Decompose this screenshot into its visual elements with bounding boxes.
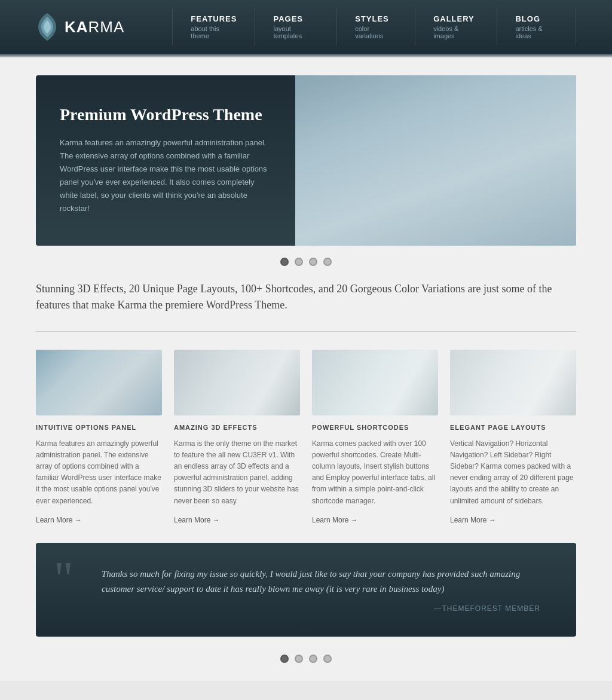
feature-card-page-layouts: ELEGANT PAGE LAYOUTS Vertical Navigation… — [450, 350, 576, 525]
feature-card-3d-effects: AMAZING 3D EFFECTS Karma is the only the… — [174, 350, 300, 525]
nav-item-features[interactable]: FEATURES about this theme — [172, 8, 255, 45]
testimonial-author: —THEMEFOREST MEMBER — [72, 604, 540, 613]
hero-description: Karma features an amazingly powerful adm… — [60, 136, 271, 216]
hero-title: Premium WordPress Theme — [60, 105, 271, 124]
feature-image-3d-effects — [174, 350, 300, 415]
nav-item-blog[interactable]: BLOG articles & ideas — [497, 8, 576, 45]
slider-dot-3[interactable] — [309, 258, 317, 266]
logo-text: KARMA — [65, 18, 124, 36]
testimonial-text: Thanks so much for fixing my issue so qu… — [72, 567, 540, 597]
logo[interactable]: KARMA — [36, 12, 124, 42]
nav-item-gallery[interactable]: GALLERY videos & images — [415, 8, 497, 45]
feature-image-shortcodes — [312, 350, 438, 415]
slider-dot-2[interactable] — [295, 258, 303, 266]
hero-slider: Premium WordPress Theme Karma features a… — [36, 75, 576, 246]
feature-desc-options-panel: Karma features an amazingly powerful adm… — [36, 438, 162, 507]
learn-more-page-layouts[interactable]: Learn More → — [450, 516, 496, 524]
testimonial-block: " Thanks so much for fixing my issue so … — [36, 543, 576, 637]
learn-more-3d-effects[interactable]: Learn More → — [174, 516, 220, 524]
feature-desc-shortcodes: Karma comes packed with over 100 powerfu… — [312, 438, 438, 507]
main-content: Premium WordPress Theme Karma features a… — [0, 57, 612, 681]
tagline: Stunning 3D Effects, 20 Unique Page Layo… — [36, 281, 576, 332]
features-grid: INTUITIVE OPTIONS PANEL Karma features a… — [36, 350, 576, 525]
slider-dot-4[interactable] — [323, 258, 332, 266]
feature-card-shortcodes: POWERFUL SHORTCODES Karma comes packed w… — [312, 350, 438, 525]
feature-card-options-panel: INTUITIVE OPTIONS PANEL Karma features a… — [36, 350, 162, 525]
quote-mark-icon: " — [54, 555, 74, 603]
bottom-dot-1[interactable] — [280, 655, 289, 663]
feature-desc-page-layouts: Vertical Navigation? Horizontal Navigati… — [450, 438, 576, 507]
slider-dot-1[interactable] — [280, 258, 289, 266]
bottom-dot-3[interactable] — [309, 655, 317, 663]
feature-desc-3d-effects: Karma is the only theme on the market to… — [174, 438, 300, 507]
learn-more-shortcodes[interactable]: Learn More → — [312, 516, 358, 524]
learn-more-options-panel[interactable]: Learn More → — [36, 516, 82, 524]
feature-title-3d-effects: AMAZING 3D EFFECTS — [174, 424, 300, 431]
feature-title-shortcodes: POWERFUL SHORTCODES — [312, 424, 438, 431]
nav-item-pages[interactable]: PAGES layout templates — [255, 8, 336, 45]
feature-image-options-panel — [36, 350, 162, 415]
site-header: KARMA FEATURES about this theme PAGES la… — [0, 0, 612, 54]
slider-dots — [36, 258, 576, 266]
hero-image-inner — [295, 75, 576, 246]
hero-text: Premium WordPress Theme Karma features a… — [36, 75, 295, 246]
logo-icon — [36, 12, 59, 42]
feature-image-page-layouts — [450, 350, 576, 415]
feature-title-page-layouts: ELEGANT PAGE LAYOUTS — [450, 424, 576, 431]
bottom-dot-2[interactable] — [295, 655, 303, 663]
bottom-dot-4[interactable] — [323, 655, 332, 663]
nav-item-styles[interactable]: STYLES color variations — [336, 8, 415, 45]
main-nav: FEATURES about this theme PAGES layout t… — [172, 8, 576, 45]
feature-title-options-panel: INTUITIVE OPTIONS PANEL — [36, 424, 162, 431]
hero-image — [295, 75, 576, 246]
bottom-slider-dots — [36, 655, 576, 663]
